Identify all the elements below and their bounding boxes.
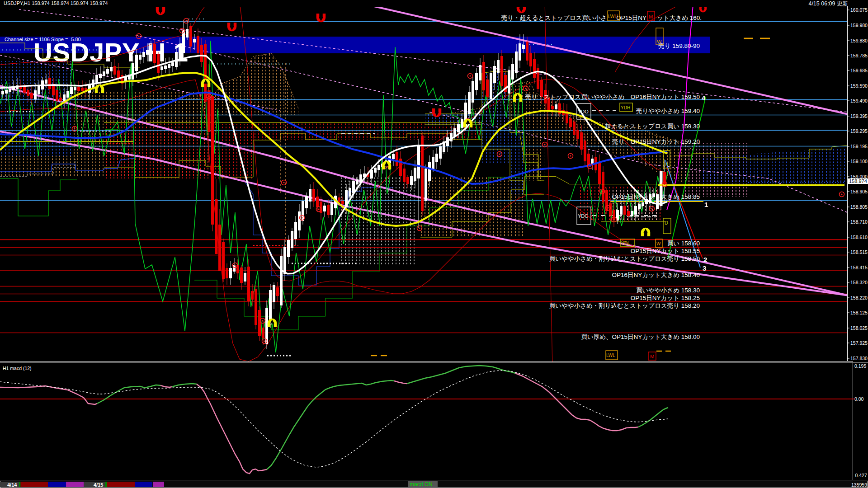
svg-text:OP16日NYカット大きめ 158.40: OP16日NYカット大きめ 158.40 (612, 272, 700, 278)
svg-text:H1 macd (12): H1 macd (12) (3, 366, 32, 371)
svg-text:3: 3 (703, 264, 706, 272)
svg-text:1: 1 (704, 201, 708, 208)
svg-text:USDJPY,H1 158.974 158.974 158: USDJPY,H1 158.974 158.974 158.974 158.97… (4, 0, 108, 6)
svg-text:158.320: 158.320 (850, 280, 868, 285)
svg-text:158.805: 158.805 (850, 204, 868, 210)
svg-text:買いやや小さめ・割り込むとストップロス売り 158.20: 買いやや小さめ・割り込むとストップロス売り 158.20 (549, 302, 700, 309)
svg-text:158.974: 158.974 (849, 178, 867, 184)
svg-text:0.00: 0.00 (854, 396, 864, 402)
svg-text:158.125: 158.125 (850, 310, 868, 315)
svg-text:157.925: 157.925 (850, 340, 868, 346)
svg-text:4/15 06:09 更新: 4/15 06:09 更新 (808, 0, 848, 7)
svg-text:159.880: 159.880 (850, 38, 868, 43)
svg-text:売りやや小さめ 159.40: 売りやや小さめ 159.40 (636, 108, 700, 114)
svg-text:YDL: YDL (621, 241, 630, 246)
svg-text:売り 159.80-90: 売り 159.80-90 (658, 42, 700, 49)
svg-text:157.830: 157.830 (850, 356, 868, 361)
svg-text:YDC: YDC (578, 213, 588, 219)
svg-text:YDH: YDH (621, 105, 630, 110)
svg-text:4/14: 4/14 (7, 482, 17, 488)
svg-text:158.220: 158.220 (850, 295, 868, 300)
svg-text:160.075: 160.075 (850, 7, 868, 13)
svg-text:買いやや小さめ 158.30: 買いやや小さめ 158.30 (636, 287, 700, 294)
svg-text:OP15日NY: OP15日NY (616, 14, 646, 21)
svg-text:売り・ストップロス買いやや小さめ OP16日NYカット 15: 売り・ストップロス買いやや小さめ OP16日NYカット 159.50 (525, 94, 700, 100)
svg-text:macd ON: macd ON (410, 481, 433, 488)
svg-text:売り・超えるとストップロス買い小さ: 売り・超えるとストップロス買い小さ (501, 14, 607, 21)
svg-text:LWH: LWH (608, 14, 618, 19)
svg-text:159.490: 159.490 (850, 98, 868, 103)
svg-text:買い 158.60: 買い 158.60 (667, 240, 700, 247)
svg-text:158.710: 158.710 (850, 219, 868, 225)
svg-text:OP15日NYカット 158.55: OP15日NYカット 158.55 (631, 248, 700, 254)
svg-text:売り、OP15日NYカット 159.20: 売り、OP15日NYカット 159.20 (612, 138, 700, 145)
svg-text:超えるとストップロス買い 159.30: 超えるとストップロス買い 159.30 (605, 123, 700, 130)
svg-text:M: M (650, 354, 654, 359)
svg-text:D: D (665, 162, 668, 167)
svg-text:D: D (665, 220, 668, 225)
svg-text:158.025: 158.025 (850, 325, 868, 331)
svg-text:LWL: LWL (606, 353, 615, 358)
svg-text:159.980: 159.980 (850, 23, 868, 28)
svg-text:159.100: 159.100 (850, 159, 868, 164)
svg-text:OP15日NYカット 158.25: OP15日NYカット 158.25 (631, 295, 700, 301)
svg-text:OP15日NYカット大きめ 158.85: OP15日NYカット大きめ 158.85 (612, 193, 700, 200)
svg-text:M: M (649, 14, 653, 19)
svg-text:W: W (657, 39, 662, 44)
svg-text:159.295: 159.295 (850, 128, 868, 134)
svg-text:135959: 135959 (851, 482, 867, 488)
svg-text:買いやや小さめ・割り込むとストップロス売り 158.50: 買いやや小さめ・割り込むとストップロス売り 158.50 (549, 255, 700, 262)
svg-text:4: 4 (702, 94, 706, 102)
svg-text:W: W (656, 241, 661, 246)
svg-text:ット大きめ 160.: ット大きめ 160. (657, 14, 702, 21)
svg-text:158.515: 158.515 (850, 249, 868, 255)
svg-text:159.685: 159.685 (850, 68, 868, 73)
svg-text:YDO: YDO (578, 109, 589, 114)
svg-text:159.590: 159.590 (850, 83, 868, 89)
svg-text:0.195: 0.195 (854, 363, 866, 369)
svg-text:158.415: 158.415 (850, 265, 868, 270)
svg-text:159.395: 159.395 (850, 113, 868, 119)
svg-text:2: 2 (703, 256, 707, 263)
svg-text:159.195: 159.195 (850, 144, 868, 149)
svg-text:158.905: 158.905 (850, 189, 868, 194)
svg-text:158.610: 158.610 (850, 235, 868, 240)
svg-text:買い厚め、OP15日NYカット大きめ 158.00: 買い厚め、OP15日NYカット大きめ 158.00 (581, 333, 700, 340)
svg-text:159.785: 159.785 (850, 53, 868, 58)
svg-text:-0.427: -0.427 (854, 473, 867, 478)
svg-text:4/15: 4/15 (94, 482, 103, 488)
